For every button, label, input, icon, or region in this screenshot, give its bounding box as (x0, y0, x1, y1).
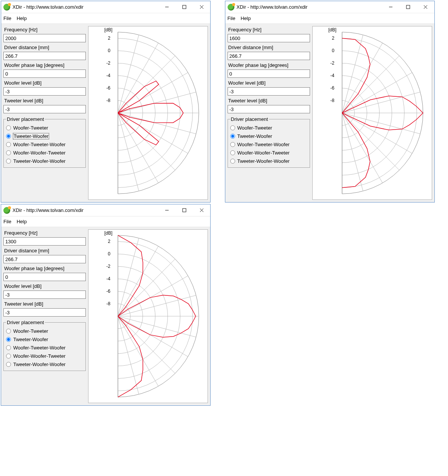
radio-input[interactable] (230, 142, 235, 147)
radio-input[interactable] (6, 134, 11, 139)
woofer-level-input[interactable] (3, 87, 86, 96)
radio-input[interactable] (230, 159, 235, 164)
radio-input[interactable] (6, 329, 11, 334)
tweeter-level-input[interactable] (3, 308, 86, 317)
menu-help[interactable]: Help (17, 219, 27, 224)
svg-line-27 (342, 92, 420, 113)
distance-input[interactable] (228, 52, 310, 60)
svg-line-24 (342, 43, 382, 113)
titlebar[interactable]: XDir - http://www.tolvan.com/xdir (1, 1, 210, 13)
radio-input[interactable] (6, 345, 11, 350)
menu-file[interactable]: File (228, 15, 236, 21)
client-area: Frequency [Hz] Driver distance [mm] Woof… (225, 24, 434, 202)
radio-input[interactable] (230, 150, 235, 155)
placement-label: Woofer-Tweeter-Woofer (13, 345, 65, 351)
svg-line-13 (118, 113, 175, 170)
placement-label: Tweeter-Woofer-Woofer (237, 158, 290, 164)
menubar: File Help (225, 13, 434, 24)
minimize-icon (165, 208, 169, 212)
placement-option[interactable]: Tweeter-Woofer-Woofer (230, 157, 307, 165)
tweeter-level-label: Tweeter level [dB] (3, 97, 86, 104)
distance-input[interactable] (3, 255, 86, 263)
placement-option[interactable]: Tweeter-Woofer-Woofer (6, 360, 83, 368)
maximize-icon (182, 208, 186, 212)
placement-label: Woofer-Woofer-Tweeter (13, 150, 65, 156)
placement-label: Woofer-Tweeter-Woofer (237, 142, 290, 147)
tweeter-level-input[interactable] (228, 105, 310, 113)
placement-option[interactable]: Tweeter-Woofer (6, 335, 83, 343)
placement-option[interactable]: Woofer-Tweeter (6, 124, 83, 132)
tweeter-level-input[interactable] (3, 105, 86, 113)
tweeter-level-label: Tweeter level [dB] (3, 300, 86, 307)
app-window: XDir - http://www.tolvan.com/xdir File H… (225, 1, 435, 202)
placement-option[interactable]: Woofer-Tweeter (6, 327, 83, 335)
svg-line-7 (118, 56, 175, 113)
distance-input[interactable] (3, 52, 86, 60)
radio-input[interactable] (6, 354, 11, 359)
close-button[interactable] (417, 1, 434, 13)
phase-input[interactable] (228, 70, 310, 78)
radio-input[interactable] (6, 125, 11, 130)
polar-plot: [dB] 20-2-4-6-8 (312, 26, 432, 200)
polar-plot: [dB] 20-2-4-6-8 (88, 229, 208, 403)
frequency-input[interactable] (228, 34, 310, 42)
svg-line-25 (342, 56, 399, 113)
minimize-icon (165, 5, 169, 9)
radio-input[interactable] (6, 150, 11, 155)
radio-input[interactable] (6, 362, 11, 367)
placement-option[interactable]: Woofer-Tweeter-Woofer (6, 140, 83, 148)
polar-plot: [dB] 20-2-4-6-8 (88, 26, 208, 200)
frequency-input[interactable] (3, 237, 86, 246)
placement-option[interactable]: Tweeter-Woofer (6, 132, 83, 140)
placement-option[interactable]: Tweeter-Woofer-Woofer (6, 157, 83, 165)
svg-line-50 (118, 316, 158, 386)
app-window: XDir - http://www.tolvan.com/xdir File H… (1, 204, 211, 406)
window-title: XDir - http://www.tolvan.com/xdir (237, 4, 308, 10)
maximize-button[interactable] (175, 1, 193, 13)
close-icon (200, 208, 204, 212)
placement-label: Tweeter-Woofer-Woofer (13, 158, 65, 164)
titlebar[interactable]: XDir - http://www.tolvan.com/xdir (1, 204, 210, 216)
phase-input[interactable] (3, 70, 86, 78)
placement-option[interactable]: Woofer-Woofer-Tweeter (230, 148, 307, 157)
svg-line-49 (118, 316, 175, 373)
radio-input[interactable] (6, 337, 11, 342)
placement-option[interactable]: Woofer-Tweeter (230, 124, 307, 132)
placement-option[interactable]: Woofer-Woofer-Tweeter (6, 148, 83, 157)
maximize-button[interactable] (175, 204, 193, 216)
woofer-level-input[interactable] (228, 87, 310, 96)
placement-option[interactable]: Woofer-Tweeter-Woofer (230, 140, 307, 148)
phase-input[interactable] (3, 273, 86, 281)
minimize-button[interactable] (382, 1, 400, 13)
menu-help[interactable]: Help (240, 15, 251, 21)
placement-option[interactable]: Tweeter-Woofer (230, 132, 307, 140)
svg-line-31 (342, 113, 399, 170)
titlebar[interactable]: XDir - http://www.tolvan.com/xdir (225, 1, 434, 13)
maximize-button[interactable] (400, 1, 417, 13)
svg-line-11 (118, 113, 196, 134)
radio-input[interactable] (6, 142, 11, 147)
radio-input[interactable] (230, 125, 235, 130)
placement-label: Woofer-Woofer-Tweeter (237, 150, 290, 156)
client-area: Frequency [Hz] Driver distance [mm] Woof… (1, 24, 210, 202)
placement-option[interactable]: Woofer-Tweeter-Woofer (6, 343, 83, 352)
placement-option[interactable]: Woofer-Woofer-Tweeter (6, 352, 83, 360)
polar-plot-svg (88, 26, 208, 199)
controls-panel: Frequency [Hz] Driver distance [mm] Woof… (3, 229, 86, 403)
close-button[interactable] (193, 1, 210, 13)
woofer-level-input[interactable] (3, 291, 86, 299)
menu-file[interactable]: File (3, 219, 11, 224)
menu-help[interactable]: Help (17, 15, 27, 21)
woofer-level-label: Woofer level [dB] (3, 79, 86, 86)
frequency-input[interactable] (3, 34, 86, 42)
minimize-button[interactable] (158, 1, 175, 13)
phase-label: Woofer phase lag [degrees] (228, 62, 310, 68)
placement-label: Tweeter-Woofer (237, 133, 272, 139)
radio-input[interactable] (230, 134, 235, 139)
placement-label: Woofer-Woofer-Tweeter (13, 353, 65, 359)
radio-input[interactable] (6, 159, 11, 164)
minimize-button[interactable] (158, 204, 175, 216)
menu-file[interactable]: File (3, 15, 11, 21)
placement-label: Tweeter-Woofer-Woofer (13, 362, 65, 367)
close-button[interactable] (193, 204, 210, 216)
